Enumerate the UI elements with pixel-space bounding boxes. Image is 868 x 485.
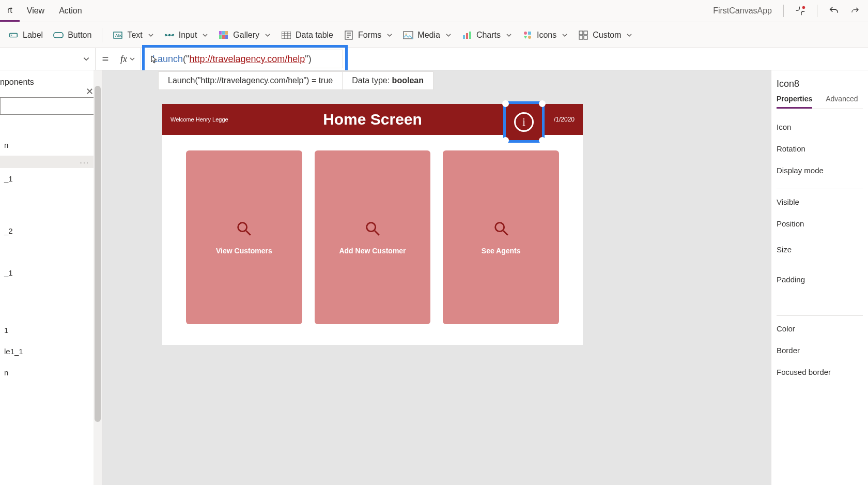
card-label: View Customers <box>216 247 272 255</box>
card-view-customers[interactable]: View Customers <box>186 150 302 324</box>
ribbon-text-label: Text <box>127 31 142 40</box>
chevron-down-icon <box>506 32 512 38</box>
svg-point-0 <box>802 6 805 9</box>
svg-point-21 <box>524 32 527 35</box>
hint-expression: Launch("http://travelagency.com/help") =… <box>159 72 343 89</box>
app-frame: Welcome Henry Legge Home Screen /1/2020 … <box>162 104 583 345</box>
ribbon-input-label: Input <box>179 31 197 40</box>
selected-info-icon[interactable]: i <box>503 101 545 143</box>
svg-rect-13 <box>225 35 228 39</box>
fx-button[interactable]: fx <box>115 48 141 70</box>
chevron-down-icon <box>129 56 135 62</box>
prop-icon[interactable]: Icon <box>777 116 863 138</box>
svg-text:Abc: Abc <box>115 33 122 38</box>
ribbon-media[interactable]: Media <box>403 30 452 40</box>
prop-rotation[interactable]: Rotation <box>777 138 863 160</box>
card-label: Add New Customer <box>339 247 406 255</box>
svg-rect-2 <box>54 33 63 38</box>
tree-item[interactable]: le1_1 <box>0 341 102 362</box>
svg-rect-10 <box>225 31 228 35</box>
separator <box>102 28 102 42</box>
ribbon-text[interactable]: Abc Text <box>113 30 153 40</box>
equals-symbol: = <box>96 52 115 66</box>
chevron-down-icon <box>83 55 90 63</box>
divider <box>783 5 784 17</box>
formula-input[interactable]: Launch("http://travelagency.com/help") <box>147 50 343 68</box>
tree-item[interactable]: _1 <box>0 262 102 283</box>
svg-rect-8 <box>219 31 222 35</box>
screen-title: Home Screen <box>323 111 422 128</box>
properties-panel: Icon8 Properties Advanced Icon Rotation … <box>771 70 868 485</box>
undo-icon[interactable] <box>825 2 843 20</box>
redo-icon[interactable] <box>850 2 860 20</box>
ribbon-gallery[interactable]: Gallery <box>219 30 271 40</box>
prop-position[interactable]: Position <box>777 213 863 235</box>
resize-handle[interactable] <box>502 137 509 144</box>
svg-rect-26 <box>579 36 583 39</box>
prop-border[interactable]: Border <box>777 340 863 361</box>
ribbon-charts[interactable]: Charts <box>462 30 512 40</box>
ribbon-custom[interactable]: Custom <box>578 30 632 40</box>
app-checker-icon[interactable] <box>791 2 810 20</box>
prop-size[interactable]: Size <box>777 235 863 265</box>
prop-color[interactable]: Color <box>777 318 863 340</box>
tree-search-input[interactable] <box>0 97 97 115</box>
resize-handle[interactable] <box>502 100 509 107</box>
prop-padding[interactable]: Padding <box>777 265 863 295</box>
ribbon-data-table-label: Data table <box>296 31 333 40</box>
tree-item[interactable]: n <box>0 362 102 383</box>
tab-properties[interactable]: Properties <box>777 95 812 109</box>
svg-point-28 <box>238 223 247 232</box>
menu-bar: rt View Action FirstCanvasApp <box>0 0 868 22</box>
prop-display-mode[interactable]: Display mode <box>777 160 863 181</box>
ribbon-button[interactable]: Button <box>53 30 91 40</box>
info-glyph: i <box>522 116 525 128</box>
ribbon-data-table[interactable]: Data table <box>281 30 333 40</box>
svg-point-30 <box>495 223 504 232</box>
workspace: ✕ nponents n ··· _1 _2 _1 1 le1_1 n Welc… <box>0 70 868 485</box>
resize-handle[interactable] <box>539 137 546 144</box>
selected-control-name: Icon8 <box>777 79 863 89</box>
scrollbar-thumb[interactable] <box>95 86 101 422</box>
prop-visible[interactable]: Visible <box>777 191 863 213</box>
svg-point-23 <box>528 36 531 39</box>
chevron-down-icon <box>202 32 208 38</box>
svg-point-7 <box>172 34 174 36</box>
close-icon[interactable]: ✕ <box>86 86 94 97</box>
search-icon <box>492 220 510 237</box>
card-see-agents[interactable]: See Agents <box>443 150 559 324</box>
app-header: Welcome Henry Legge Home Screen /1/2020 … <box>162 104 583 135</box>
ribbon-label[interactable]: Label <box>8 30 43 40</box>
menu-item-view[interactable]: View <box>20 0 52 22</box>
ribbon-custom-label: Custom <box>593 31 621 40</box>
button-icon <box>53 30 64 40</box>
resize-handle[interactable] <box>539 100 546 107</box>
tree-view-panel: ✕ nponents n ··· _1 _2 _1 1 le1_1 n <box>0 70 102 485</box>
menu-item-insert[interactable]: rt <box>0 0 20 22</box>
tree-item[interactable]: _2 <box>0 220 102 241</box>
svg-rect-27 <box>584 36 587 39</box>
hint-type-value: boolean <box>392 76 424 85</box>
ribbon-icons[interactable]: Icons <box>522 30 568 40</box>
svg-rect-12 <box>222 35 225 39</box>
custom-icon <box>578 30 588 40</box>
svg-point-29 <box>367 223 376 232</box>
ribbon-forms[interactable]: Forms <box>344 30 393 40</box>
tree-item[interactable]: 1 <box>0 320 102 341</box>
date-text: /1/2020 <box>554 116 575 123</box>
canvas-area[interactable]: Welcome Henry Legge Home Screen /1/2020 … <box>102 70 771 485</box>
menu-item-action[interactable]: Action <box>52 0 89 22</box>
property-selector[interactable] <box>0 48 96 70</box>
tab-advanced[interactable]: Advanced <box>826 95 858 109</box>
cards-row: View Customers Add New Customer See Agen… <box>162 135 583 345</box>
svg-rect-25 <box>584 31 587 35</box>
card-add-customer[interactable]: Add New Customer <box>315 150 431 324</box>
tree-item-selected[interactable]: ··· <box>0 156 102 168</box>
prop-focused-border[interactable]: Focused border <box>777 361 863 383</box>
ribbon-input[interactable]: Input <box>164 30 209 40</box>
tree-item[interactable]: n <box>0 134 102 156</box>
tree-item[interactable]: _1 <box>0 168 102 189</box>
more-icon[interactable]: ··· <box>80 158 89 166</box>
tree-scrollbar[interactable] <box>94 70 102 485</box>
svg-rect-19 <box>466 33 468 39</box>
